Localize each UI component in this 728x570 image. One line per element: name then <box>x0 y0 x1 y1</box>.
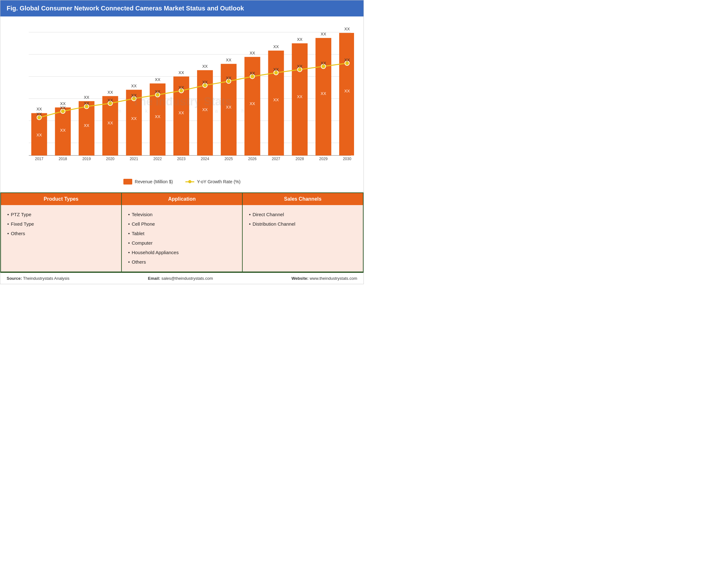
svg-text:2028: 2028 <box>296 157 304 161</box>
category-application: Application Television Cell Phone Tablet… <box>122 193 242 272</box>
list-item: PTZ Type <box>7 210 115 219</box>
legend-revenue: Revenue (Million $) <box>123 179 173 185</box>
list-item: Television <box>128 210 236 219</box>
svg-text:XX: XX <box>202 64 208 69</box>
category-header-product-types: Product Types <box>1 193 121 205</box>
category-content-product-types: PTZ Type Fixed Type Others <box>1 205 121 243</box>
svg-text:2023: 2023 <box>177 157 186 161</box>
category-header-sales-channels: Sales Channels <box>243 193 363 205</box>
categories-grid: Product Types PTZ Type Fixed Type Others… <box>1 193 363 272</box>
svg-text:XX: XX <box>107 98 113 102</box>
svg-text:XX: XX <box>178 110 184 115</box>
chart-header: Fig. Global Consumer Network Connected C… <box>0 0 364 16</box>
svg-text:XX: XX <box>60 105 66 110</box>
svg-text:2019: 2019 <box>82 157 91 161</box>
svg-text:XX: XX <box>202 107 208 112</box>
svg-text:XX: XX <box>178 85 184 90</box>
svg-text:XX: XX <box>107 120 113 125</box>
svg-text:2022: 2022 <box>153 157 162 161</box>
svg-text:XX: XX <box>36 112 42 116</box>
chart-legend: Revenue (Million $) Y-oY Growth Rate (%) <box>10 176 354 189</box>
list-item: Others <box>128 257 236 267</box>
svg-text:XX: XX <box>36 132 42 137</box>
footer: Source: Theindustrystats Analysis Email:… <box>0 272 364 284</box>
svg-text:XX: XX <box>321 91 327 96</box>
svg-text:2026: 2026 <box>248 157 257 161</box>
bar-2028 <box>292 43 308 156</box>
svg-text:2017: 2017 <box>35 157 44 161</box>
svg-text:XX: XX <box>60 128 66 132</box>
svg-text:2024: 2024 <box>201 157 210 161</box>
chart-area: The Industry Stats m a r k e t r e s e a… <box>0 16 364 193</box>
bar-2019 <box>79 101 95 156</box>
footer-email: Email: sales@theindustrystats.com <box>148 276 213 281</box>
bottom-section: Product Types PTZ Type Fixed Type Others… <box>0 193 364 272</box>
svg-text:XX: XX <box>321 32 327 36</box>
svg-text:XX: XX <box>60 101 66 106</box>
svg-text:XX: XX <box>84 101 89 106</box>
list-item: Fixed Type <box>7 219 115 229</box>
legend-growth-line <box>186 181 194 182</box>
svg-text:XX: XX <box>250 101 255 106</box>
svg-text:2018: 2018 <box>58 157 67 161</box>
svg-text:XX: XX <box>36 107 42 111</box>
legend-revenue-label: Revenue (Million $) <box>135 179 173 184</box>
svg-text:XX: XX <box>297 37 303 42</box>
category-product-types: Product Types PTZ Type Fixed Type Others <box>1 193 121 272</box>
svg-text:XX: XX <box>297 64 303 69</box>
svg-text:2029: 2029 <box>319 157 328 161</box>
svg-text:2021: 2021 <box>130 157 138 161</box>
svg-text:XX: XX <box>226 58 232 62</box>
application-list: Television Cell Phone Tablet Computer Ho… <box>128 210 236 267</box>
svg-text:XX: XX <box>344 58 350 62</box>
legend-growth: Y-oY Growth Rate (%) <box>186 179 241 184</box>
category-content-sales-channels: Direct Channel Distribution Channel <box>243 205 363 234</box>
product-types-list: PTZ Type Fixed Type Others <box>7 210 115 238</box>
svg-text:XX: XX <box>297 94 303 99</box>
list-item: Cell Phone <box>128 219 236 229</box>
page-wrapper: Fig. Global Consumer Network Connected C… <box>0 0 364 284</box>
footer-website: Website: www.theindustrystats.com <box>291 276 357 281</box>
svg-text:XX: XX <box>155 114 160 119</box>
bar-2029 <box>315 38 331 156</box>
svg-text:XX: XX <box>107 90 113 95</box>
svg-text:XX: XX <box>202 80 208 84</box>
category-sales-channels: Sales Channels Direct Channel Distributi… <box>243 193 363 272</box>
svg-text:XX: XX <box>155 77 160 82</box>
svg-text:XX: XX <box>250 71 255 76</box>
bar-2027 <box>268 51 284 156</box>
svg-text:2027: 2027 <box>272 157 280 161</box>
svg-text:XX: XX <box>226 105 232 109</box>
category-header-application: Application <box>122 193 242 205</box>
svg-text:XX: XX <box>344 27 350 31</box>
svg-text:XX: XX <box>131 116 137 121</box>
svg-text:XX: XX <box>273 44 279 49</box>
list-item: Household Appliances <box>128 248 236 257</box>
svg-text:2025: 2025 <box>224 157 233 161</box>
legend-growth-label: Y-oY Growth Rate (%) <box>197 179 241 184</box>
svg-text:XX: XX <box>273 67 279 72</box>
svg-text:XX: XX <box>178 70 184 75</box>
svg-text:XX: XX <box>131 93 137 98</box>
svg-text:2020: 2020 <box>106 157 114 161</box>
list-item: Distribution Channel <box>249 219 357 229</box>
svg-text:XX: XX <box>131 83 137 88</box>
legend-revenue-box <box>123 179 132 185</box>
svg-text:XX: XX <box>155 89 160 94</box>
chart-svg: XX XX 2017 XX XX 2018 XX XX 2019 XX XX 2… <box>10 23 354 175</box>
list-item: Others <box>7 229 115 238</box>
sales-channels-list: Direct Channel Distribution Channel <box>249 210 357 229</box>
svg-text:2030: 2030 <box>343 157 352 161</box>
svg-text:XX: XX <box>226 76 232 80</box>
list-item: Tablet <box>128 229 236 238</box>
list-item: Computer <box>128 238 236 248</box>
svg-text:XX: XX <box>84 95 89 100</box>
list-item: Direct Channel <box>249 210 357 219</box>
svg-text:XX: XX <box>84 123 89 128</box>
footer-source: Source: Theindustrystats Analysis <box>7 276 69 281</box>
svg-text:XX: XX <box>250 51 255 55</box>
bar-2030 <box>339 33 354 156</box>
svg-text:XX: XX <box>273 97 279 102</box>
svg-text:XX: XX <box>321 61 327 65</box>
category-content-application: Television Cell Phone Tablet Computer Ho… <box>122 205 242 272</box>
